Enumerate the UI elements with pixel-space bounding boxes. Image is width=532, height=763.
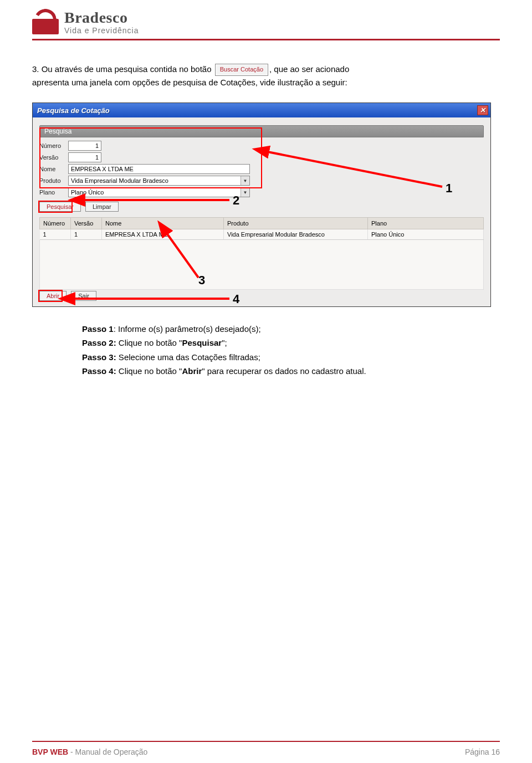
cell-numero: 1 (40, 229, 71, 240)
footer-rest: - Manual de Operação (68, 747, 147, 756)
footer-bvp: BVP WEB (32, 747, 68, 756)
abrir-button[interactable]: Abrir (39, 291, 66, 301)
label-versao: Versão (39, 154, 68, 161)
sair-button[interactable]: Sair (71, 291, 96, 301)
col-produto: Produto (224, 218, 368, 229)
close-icon[interactable]: ✕ (477, 105, 488, 115)
chevron-down-icon[interactable]: ▼ (241, 176, 249, 185)
cell-versao: 1 (71, 229, 102, 240)
callout-1: 1 (446, 181, 452, 196)
col-nome: Nome (102, 218, 224, 229)
logo-block: Bradesco Vida e Previdência (32, 6, 500, 37)
callout-2: 2 (233, 193, 239, 208)
bradesco-logo-icon (32, 10, 59, 34)
intro-number: 3. (32, 64, 39, 74)
step4-t1: Clique no botão " (116, 366, 182, 376)
dialog-title: Pesquisa de Cotação (37, 106, 110, 115)
label-numero: Número (39, 142, 68, 149)
plano-select[interactable] (68, 187, 250, 197)
dialog-titlebar: Pesquisa de Cotação ✕ (33, 103, 490, 117)
cell-nome: EMPRESA X LTDA ME (102, 229, 224, 240)
cell-plano: Plano Único (368, 229, 484, 240)
nome-field[interactable] (68, 164, 250, 174)
label-plano: Plano (39, 189, 68, 196)
label-nome: Nome (39, 166, 68, 172)
callout-3: 3 (198, 273, 205, 288)
pesquisa-cotacao-dialog: Pesquisa de Cotação ✕ Pesquisa Número Ve… (32, 103, 491, 307)
versao-field[interactable] (68, 152, 101, 162)
produto-select[interactable] (68, 176, 250, 186)
header-divider (32, 39, 500, 40)
chevron-down-icon[interactable]: ▼ (241, 188, 249, 197)
brand-subtitle: Vida e Previdência (64, 27, 139, 34)
step1-label: Passo 1 (82, 324, 114, 334)
footer-page: Página 16 (465, 747, 500, 756)
step3-label: Passo 3: (82, 352, 116, 362)
intro-line2: apresenta uma janela com opções de pesqu… (32, 78, 347, 87)
pesquisar-button[interactable]: Pesquisar (39, 202, 81, 212)
cell-produto: Vida Empresarial Modular Bradesco (224, 229, 368, 240)
step4-bold: Abrir (182, 366, 202, 376)
table-row[interactable]: 1 1 EMPRESA X LTDA ME Vida Empresarial M… (40, 229, 484, 240)
numero-field[interactable] (68, 141, 101, 151)
step4-t2: " para recuperar os dados no cadastro at… (202, 366, 366, 376)
limpar-button[interactable]: Limpar (85, 202, 119, 212)
step1-text: : Informe o(s) parâmetro(s) desejado(s); (114, 324, 261, 334)
footer: BVP WEB - Manual de Operação Página 16 (32, 747, 500, 756)
col-numero: Número (40, 218, 71, 229)
section-header-pesquisa: Pesquisa (39, 125, 484, 137)
results-empty-area (39, 240, 484, 290)
step2-label: Passo 2: (82, 338, 116, 347)
intro-text: 3. Ou através de uma pesquisa contida no… (32, 63, 500, 89)
label-produto: Produto (39, 177, 68, 184)
intro-line1b: , que ao ser acionado (269, 64, 349, 74)
step2-t1: Clique no botão " (116, 338, 182, 347)
callout-4: 4 (233, 292, 239, 306)
footer-divider (32, 741, 500, 742)
steps-list: Passo 1: Informe o(s) parâmetro(s) desej… (82, 322, 500, 377)
buscar-cotacao-button-image: Buscar Cotação (215, 64, 268, 76)
step2-bold: Pesquisar (182, 338, 222, 347)
intro-line1a: Ou através de uma pesquisa contida no bo… (39, 64, 214, 74)
step2-t2: "; (222, 338, 227, 347)
screenshot-container: Pesquisa de Cotação ✕ Pesquisa Número Ve… (32, 103, 500, 307)
col-plano: Plano (368, 218, 484, 229)
results-table: Número Versão Nome Produto Plano 1 1 EMP… (39, 217, 484, 240)
brand-name: Bradesco (64, 10, 139, 25)
col-versao: Versão (71, 218, 102, 229)
step3-text: Selecione uma das Cotações filtradas; (116, 352, 260, 362)
step4-label: Passo 4: (82, 366, 116, 376)
